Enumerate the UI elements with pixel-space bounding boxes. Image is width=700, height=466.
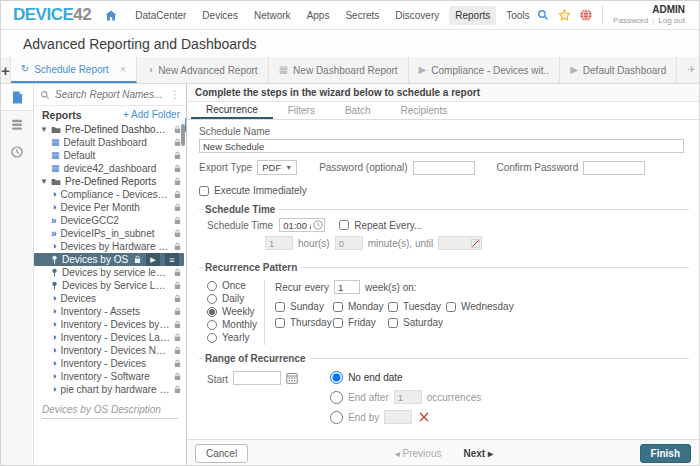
finish-button[interactable]: Finish — [640, 444, 691, 463]
nav-secrets[interactable]: Secrets — [339, 6, 385, 25]
tree-item[interactable]: ◑Inventory - Devices — [34, 357, 186, 370]
globe-icon[interactable] — [580, 9, 592, 21]
schedule-name-input[interactable] — [199, 139, 684, 153]
recurrence-option-daily[interactable]: Daily — [207, 293, 264, 304]
execute-immediately-checkbox[interactable]: Execute Immediately — [199, 185, 689, 196]
star-icon[interactable] — [558, 9, 571, 21]
day-checkbox-sunday[interactable]: Sunday — [275, 301, 333, 312]
tree-item[interactable]: ◑pie chart by hardware vendo... — [34, 383, 186, 396]
caret-down-icon[interactable]: ▼ — [40, 125, 47, 134]
new-tab-button[interactable]: + — [1, 57, 11, 83]
tree-item[interactable]: ◑Device Per Month — [34, 201, 186, 214]
tree-item[interactable]: ◑Devices — [34, 292, 186, 305]
confirm-password-input[interactable] — [583, 161, 645, 175]
recurrence-option-weekly[interactable]: Weekly — [207, 306, 264, 317]
wizard-tab-recipients[interactable]: Recipients — [386, 102, 463, 119]
calendar-icon[interactable] — [286, 372, 298, 384]
next-button[interactable]: Next ▸ — [463, 448, 493, 459]
top-icons — [537, 9, 592, 21]
reports-panel-tab[interactable] — [1, 84, 33, 111]
day-checkbox-wednesday[interactable]: Wednesday — [446, 301, 689, 312]
nav-network[interactable]: Network — [248, 6, 297, 25]
dashboard-icon: ▦ — [51, 151, 60, 160]
tab-default-dashboard[interactable]: ▶Default Dashboard — [560, 57, 677, 83]
tab-compliance-devices-wit[interactable]: ▶Compliance - Devices wit.. — [409, 57, 561, 83]
tree-item[interactable]: ▦Default Dashboard — [34, 136, 186, 149]
nav-reports[interactable]: Reports — [449, 6, 496, 25]
tree-item[interactable]: ◑Devices by Hardware Vendor — [34, 240, 186, 253]
tree-item[interactable]: ▦Default — [34, 149, 186, 162]
recurrence-option-yearly[interactable]: Yearly — [207, 332, 264, 343]
day-checkbox-thursday[interactable]: Thursday — [275, 317, 333, 328]
no-end-date-radio[interactable]: No end date — [330, 371, 481, 384]
tree-item[interactable]: ◑Inventory - Devices by OS Fa... — [34, 318, 186, 331]
repeat-hours-input[interactable] — [265, 236, 293, 250]
tree-item-label: Inventory - Devices Newly Ad... — [60, 345, 170, 356]
tree-item[interactable]: ◑Inventory - Assets — [34, 305, 186, 318]
end-by-radio[interactable]: End by — [330, 410, 481, 424]
tree-item[interactable]: Devices by OS▶≡ — [34, 253, 184, 266]
nav-devices[interactable]: Devices — [196, 6, 244, 25]
add-folder-link[interactable]: + Add Folder — [123, 109, 180, 120]
nav-tools[interactable]: Tools — [500, 6, 535, 25]
repeat-every-checkbox[interactable]: Repeat Every... — [339, 220, 422, 231]
start-date-input[interactable] — [233, 371, 281, 385]
repeat-until-input[interactable] — [438, 236, 482, 250]
kebab-menu-icon[interactable]: ⋮ — [170, 90, 180, 100]
recurrence-option-once[interactable]: Once — [207, 280, 264, 291]
tree-item[interactable]: ◑Inventory - Software — [34, 370, 186, 383]
tree-item[interactable]: »DeviceGCC2 — [34, 214, 186, 227]
day-checkbox-friday[interactable]: Friday — [333, 317, 388, 328]
report-icon: ◑ — [51, 372, 56, 381]
cancel-button[interactable]: Cancel — [195, 444, 248, 463]
password-input[interactable] — [413, 161, 475, 175]
run-report-button[interactable]: ▶ — [146, 253, 160, 266]
data-panel-tab[interactable] — [1, 111, 33, 138]
recurrence-option-monthly[interactable]: Monthly — [207, 319, 264, 330]
schedule-time-input[interactable] — [279, 218, 325, 232]
tree-item[interactable]: ◑Compliance - Devices witho... — [34, 188, 186, 201]
tab-new-dashboard-report[interactable]: ▦New Dashboard Report — [269, 57, 409, 83]
tree-item[interactable]: »DeviceIPs_in_subnet — [34, 227, 186, 240]
report-icon: ◑ — [51, 307, 56, 316]
end-after-occurrences-input[interactable] — [394, 390, 422, 404]
day-checkbox-monday[interactable]: Monday — [333, 301, 388, 312]
day-checkbox-saturday[interactable]: Saturday — [388, 317, 446, 328]
nav-apps[interactable]: Apps — [301, 6, 336, 25]
password-link[interactable]: Password — [613, 16, 648, 26]
splitter-handle[interactable] — [185, 118, 186, 132]
clear-date-icon[interactable] — [419, 412, 429, 422]
logout-link[interactable]: Log out — [658, 16, 685, 26]
nav-discovery[interactable]: Discovery — [389, 6, 445, 25]
tree-item[interactable]: ▼Pre-Defined Dashboards — [34, 123, 186, 136]
tree-item[interactable]: ◑Inventory - Devices Last Upd... — [34, 331, 186, 344]
previous-button[interactable]: ◂ Previous — [395, 448, 442, 459]
repeat-minutes-input[interactable] — [335, 236, 363, 250]
tree-item[interactable]: Devices by Service Level — [34, 279, 186, 292]
tab-getting-started[interactable]: ✈Getting Started — [677, 57, 700, 83]
tab-new-advanced-report[interactable]: ◑New Advanced Report — [137, 57, 269, 83]
caret-down-icon[interactable]: ▼ — [40, 177, 47, 186]
wizard-tab-recurrence[interactable]: Recurrence — [191, 102, 273, 119]
end-by-date-input[interactable] — [384, 410, 412, 424]
report-menu-button[interactable]: ≡ — [165, 253, 179, 266]
day-checkbox-tuesday[interactable]: Tuesday — [388, 301, 446, 312]
tree-item[interactable]: Devices by service level bar ... — [34, 266, 186, 279]
tab-schedule-report[interactable]: ↻Schedule Report× — [11, 57, 137, 83]
lock-icon — [174, 177, 181, 186]
home-icon[interactable] — [105, 10, 117, 21]
wizard-tab-batch[interactable]: Batch — [330, 102, 386, 119]
search-report-input[interactable] — [55, 89, 165, 100]
close-icon[interactable]: × — [120, 63, 126, 75]
tree-item[interactable]: ◑Inventory - Devices Newly Ad... — [34, 344, 186, 357]
history-panel-tab[interactable] — [1, 138, 33, 165]
device42-logo[interactable]: DEVICE42 — [13, 5, 91, 25]
tree-item[interactable]: ▼Pre-Defined Reports — [34, 175, 186, 188]
wizard-tab-filters[interactable]: Filters — [273, 102, 330, 119]
search-icon[interactable] — [537, 9, 549, 21]
end-after-radio[interactable]: End after occurrences — [330, 390, 481, 404]
nav-datacenter[interactable]: DataCenter — [129, 6, 192, 25]
tree-item[interactable]: ▦device42_dashboard — [34, 162, 186, 175]
export-type-select[interactable]: PDF▼ — [257, 160, 297, 175]
recur-weeks-input[interactable] — [334, 280, 360, 294]
